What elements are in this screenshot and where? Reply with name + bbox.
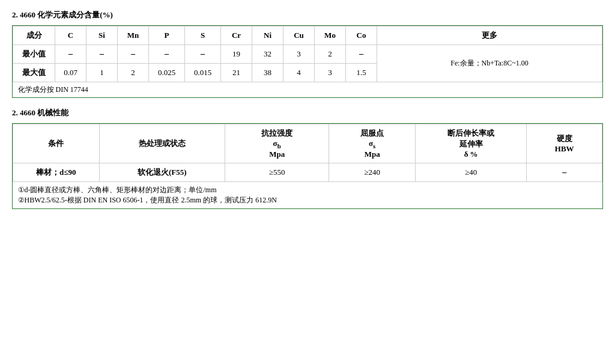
- chem-min-row: 最小值 – – – – – 19 32 3 2 – Fe:余量；Nb+Ta:8C…: [13, 45, 602, 64]
- col-Si: Si: [86, 26, 118, 45]
- section2-title: 2. 4660 机械性能: [12, 108, 603, 118]
- elong-line1: 断后伸长率或: [447, 129, 494, 138]
- tensile-sigma: σb: [273, 139, 281, 148]
- data-condition: 棒材；d≤90: [13, 163, 100, 182]
- mech-col-tensile: 抗拉强度 σb Mpa: [225, 124, 329, 163]
- col-Cu: Cu: [283, 26, 315, 45]
- max-C: 0.07: [55, 64, 86, 82]
- yield-sub: s: [373, 142, 375, 150]
- max-S: 0.015: [185, 64, 221, 82]
- max-Si: 1: [86, 64, 118, 82]
- elong-line2: 延伸率: [459, 139, 483, 148]
- min-P: –: [149, 45, 185, 64]
- mech-data-row: 棒材；d≤90 软化退火(F55) ≥550 ≥240 ≥40 –: [13, 163, 602, 182]
- hard-line1: 硬度: [557, 134, 572, 143]
- chem-note-row: 化学成分按 DIN 17744: [13, 82, 602, 98]
- col-Cr: Cr: [221, 26, 252, 45]
- col-S: S: [185, 26, 221, 45]
- mechanical-table-wrapper: 条件 热处理或状态 抗拉强度 σb Mpa 屈服点 σs Mpa 断后伸长率或: [12, 123, 603, 209]
- min-S: –: [185, 45, 221, 64]
- tensile-unit: Mpa: [269, 150, 285, 159]
- elong-line3: δ %: [464, 150, 478, 159]
- max-Co: 1.5: [346, 64, 377, 82]
- min-Co: –: [346, 45, 377, 64]
- col-Mo: Mo: [315, 26, 346, 45]
- section1-title: 2. 4660 化学元素成分含量(%): [12, 10, 603, 20]
- mech-header-row: 条件 热处理或状态 抗拉强度 σb Mpa 屈服点 σs Mpa 断后伸长率或: [13, 124, 602, 163]
- col-Co: Co: [346, 26, 377, 45]
- chemical-table: 成分 C Si Mn P S Cr Ni Cu Mo Co 更多 最小值: [13, 26, 602, 97]
- min-Cu: 3: [283, 45, 315, 64]
- mech-notes: ①d-圆棒直径或方棒、六角棒、矩形棒材的对边距离；单位/mm ②HBW2.5/6…: [13, 182, 602, 209]
- section1: 2. 4660 化学元素成分含量(%) 成分 C: [12, 10, 603, 98]
- min-Si: –: [86, 45, 118, 64]
- min-C: –: [55, 45, 86, 64]
- mechanical-table: 条件 热处理或状态 抗拉强度 σb Mpa 屈服点 σs Mpa 断后伸长率或: [13, 124, 602, 208]
- mech-notes-row: ①d-圆棒直径或方棒、六角棒、矩形棒材的对边距离；单位/mm ②HBW2.5/6…: [13, 182, 602, 209]
- yield-unit: Mpa: [365, 150, 380, 159]
- mech-col-yield: 屈服点 σs Mpa: [329, 124, 416, 163]
- mech-note2: ②HBW2.5/62.5-根据 DIN EN ISO 6506-1，使用直径 2…: [18, 195, 598, 205]
- col-P: P: [149, 26, 185, 45]
- chemical-table-wrapper: 成分 C Si Mn P S Cr Ni Cu Mo Co 更多 最小值: [12, 25, 603, 98]
- hard-line2: HBW: [555, 144, 574, 153]
- min-Mn: –: [118, 45, 149, 64]
- data-yield: ≥240: [329, 163, 416, 182]
- more-info: Fe:余量；Nb+Ta:8C~1.00: [377, 45, 602, 82]
- min-label: 最小值: [13, 45, 55, 64]
- mech-col-elong: 断后伸长率或 延伸率 δ %: [415, 124, 526, 163]
- data-tensile: ≥550: [225, 163, 329, 182]
- max-Mo: 3: [315, 64, 346, 82]
- data-elong: ≥40: [415, 163, 526, 182]
- yield-sigma: σs: [369, 139, 375, 148]
- mech-col-heat: 热处理或状态: [99, 124, 225, 163]
- max-P: 0.025: [149, 64, 185, 82]
- mech-note1: ①d-圆棒直径或方棒、六角棒、矩形棒材的对边距离；单位/mm: [18, 185, 598, 195]
- col-Ni: Ni: [252, 26, 283, 45]
- col-more: 更多: [377, 26, 602, 45]
- mech-col-hard: 硬度 HBW: [527, 124, 602, 163]
- max-Cr: 21: [221, 64, 252, 82]
- max-Cu: 4: [283, 64, 315, 82]
- min-Mo: 2: [315, 45, 346, 64]
- data-hard: –: [527, 163, 602, 182]
- max-label: 最大值: [13, 64, 55, 82]
- min-Ni: 32: [252, 45, 283, 64]
- chem-note: 化学成分按 DIN 17744: [13, 82, 602, 98]
- yield-line1: 屈服点: [360, 129, 384, 138]
- max-Mn: 2: [118, 64, 149, 82]
- section2: 2. 4660 机械性能 条件 热处理或状态 抗拉强度 σb Mpa: [12, 108, 603, 209]
- tensile-sub: b: [277, 142, 281, 150]
- mech-col-condition: 条件: [13, 124, 100, 163]
- max-Ni: 38: [252, 64, 283, 82]
- col-chengfen: 成分: [13, 26, 55, 45]
- tensile-line1: 抗拉强度: [261, 129, 292, 138]
- data-heat: 软化退火(F55): [99, 163, 225, 182]
- chem-header-row: 成分 C Si Mn P S Cr Ni Cu Mo Co 更多: [13, 26, 602, 45]
- min-Cr: 19: [221, 45, 252, 64]
- col-C: C: [55, 26, 86, 45]
- col-Mn: Mn: [118, 26, 149, 45]
